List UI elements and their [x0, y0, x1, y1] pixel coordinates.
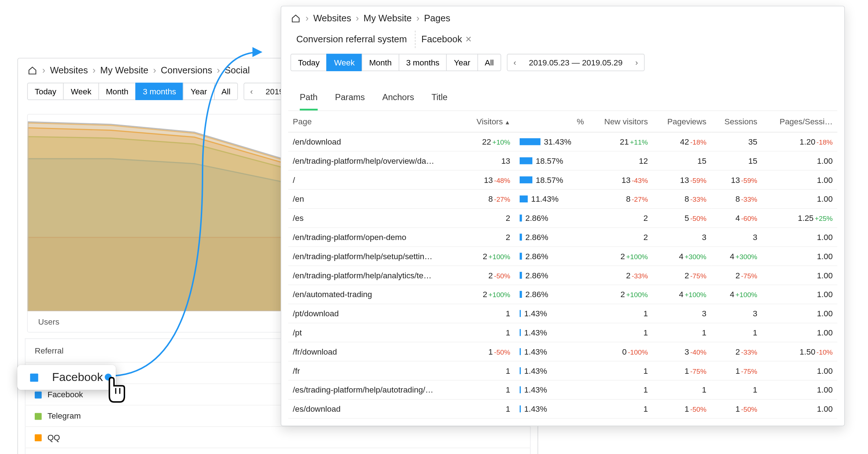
view-tabs: PathParamsAnchorsTitle: [288, 84, 837, 111]
table-row[interactable]: /en8-27%11.43%8-27%8-33%8-33%1.00: [288, 189, 837, 209]
new-visitors: 2: [588, 209, 652, 228]
table-row[interactable]: /en/download22+10%31.43%21+11%42-18%351.…: [288, 132, 837, 151]
delta: +100%: [685, 291, 706, 299]
referral-row[interactable]: VK382 +14%106 -24%27 -41%: [25, 448, 531, 454]
table-row[interactable]: /pt/download11.43%1331.00: [288, 304, 837, 323]
delta: -59%: [690, 176, 706, 184]
pages-per-session: 1.50-10%: [762, 342, 838, 361]
visitors: 2-50%: [463, 266, 515, 285]
percent: 2.86%: [515, 209, 589, 228]
breadcrumb-item[interactable]: Conversions: [161, 65, 212, 76]
pageviews: 3: [652, 228, 711, 247]
tab-params[interactable]: Params: [335, 92, 365, 110]
table-row[interactable]: /13-48%18.57%13-43%13-59%13-59%1.00: [288, 170, 837, 189]
color-swatch: [35, 392, 42, 399]
table-row[interactable]: /en/trading-platform/help/analytics/te…2…: [288, 266, 837, 285]
referral-row[interactable]: QQ: [25, 427, 531, 448]
sessions: 4+100%: [711, 285, 762, 304]
percent: 2.86%: [515, 247, 589, 266]
range-3-months[interactable]: 3 months: [399, 54, 447, 71]
breadcrumb-item[interactable]: Pages: [424, 13, 450, 24]
sessions: 1-75%: [711, 361, 762, 380]
percent: 18.57%: [515, 151, 589, 170]
tab-title[interactable]: Title: [431, 92, 447, 110]
table-row[interactable]: /fr/download1-50%1.43%0-100%3-40%2-33%1.…: [288, 342, 837, 361]
date-range-text[interactable]: 2019.05.23 — 2019.05.29: [522, 54, 629, 70]
delta: -18%: [817, 138, 833, 146]
sessions: 3: [711, 304, 762, 323]
delta: -100%: [628, 348, 648, 356]
range-year[interactable]: Year: [446, 54, 478, 71]
pages-table: PageVisitors ▲%New visitorsPageviewsSess…: [288, 111, 837, 419]
remove-filter-icon[interactable]: ×: [465, 34, 472, 44]
range-month[interactable]: Month: [98, 83, 136, 100]
percent: 1.43%: [515, 342, 589, 361]
delta: -50%: [494, 272, 510, 280]
page-path: /pt: [288, 323, 463, 342]
percent: 1.43%: [515, 304, 589, 323]
breadcrumb-item[interactable]: My Website: [100, 65, 148, 76]
pages-per-session: 1.25+25%: [762, 209, 838, 228]
col-header[interactable]: Pages/Sessi…: [762, 111, 838, 132]
range-year[interactable]: Year: [183, 83, 214, 100]
page-path: /en/automated-trading: [288, 285, 463, 304]
delta: -75%: [690, 367, 706, 375]
col-header[interactable]: Page: [288, 111, 463, 132]
table-row[interactable]: /en/trading-platform/help/setup/settin…2…: [288, 247, 837, 266]
visitors: 22+10%: [463, 132, 515, 151]
range-today[interactable]: Today: [27, 83, 64, 100]
delta: -50%: [690, 215, 706, 223]
table-row[interactable]: /en/trading-platform/open-demo22.86%2331…: [288, 228, 837, 247]
table-row[interactable]: /en/automated-trading2+100%2.86%2+100%4+…: [288, 285, 837, 304]
table-row[interactable]: /pt11.43%1111.00: [288, 323, 837, 342]
sessions: 1: [711, 380, 762, 399]
table-row[interactable]: /en/trading-platform/help/overview/da…13…: [288, 151, 837, 170]
delta: -50%: [494, 348, 510, 356]
sessions: 1: [711, 323, 762, 342]
pageviews: 1-50%: [652, 399, 711, 419]
page-path: /pt/download: [288, 304, 463, 323]
next-range-icon[interactable]: ›: [630, 54, 644, 70]
range-today[interactable]: Today: [290, 54, 327, 71]
sessions: 15: [711, 151, 762, 170]
home-icon[interactable]: [290, 14, 301, 23]
pageviews: 8-33%: [652, 189, 711, 209]
new-visitors: 2-33%: [588, 266, 652, 285]
filter-value-chip[interactable]: Facebook ×: [416, 31, 477, 48]
tab-anchors[interactable]: Anchors: [382, 92, 414, 110]
referral-header: Referral: [25, 339, 180, 363]
table-row[interactable]: /es22.86%25-50%4-60%1.25+25%: [288, 209, 837, 228]
range-3-months[interactable]: 3 months: [135, 83, 184, 100]
range-month[interactable]: Month: [362, 54, 399, 71]
pageviews: 42-18%: [652, 132, 711, 151]
breadcrumb-item[interactable]: Websites: [50, 65, 88, 76]
tab-path[interactable]: Path: [300, 92, 318, 110]
breadcrumb-item[interactable]: My Website: [363, 13, 412, 24]
visitors: 2: [463, 209, 515, 228]
prev-range-icon[interactable]: ‹: [508, 54, 522, 70]
home-icon[interactable]: [27, 66, 38, 75]
prev-range-icon[interactable]: ‹: [244, 83, 259, 99]
col-header[interactable]: %: [515, 111, 589, 132]
col-header[interactable]: Visitors ▲: [463, 111, 515, 132]
col-header[interactable]: Sessions: [711, 111, 762, 132]
visitors: 1-50%: [463, 342, 515, 361]
range-all[interactable]: All: [477, 54, 502, 71]
facebook-popout[interactable]: Facebook: [17, 365, 116, 390]
range-all[interactable]: All: [214, 83, 238, 100]
sessions: 2-33%: [711, 342, 762, 361]
new-visitors: 1: [588, 304, 652, 323]
range-week[interactable]: Week: [327, 54, 362, 71]
col-header[interactable]: Pageviews: [652, 111, 711, 132]
pages-per-session: 1.00: [762, 266, 838, 285]
new-visitors: 1: [588, 323, 652, 342]
breadcrumb-item[interactable]: Websites: [313, 13, 351, 24]
col-header[interactable]: New visitors: [588, 111, 652, 132]
table-row[interactable]: /es/download11.43%11-50%1-50%1.00: [288, 399, 837, 419]
breadcrumb-item[interactable]: Social: [225, 65, 250, 76]
pages-per-session: 1.00: [762, 247, 838, 266]
new-visitors: 2+100%: [588, 247, 652, 266]
table-row[interactable]: /es/trading-platform/help/autotrading/…1…: [288, 380, 837, 399]
range-week[interactable]: Week: [63, 83, 99, 100]
table-row[interactable]: /fr11.43%11-75%1-75%1.00: [288, 361, 837, 380]
